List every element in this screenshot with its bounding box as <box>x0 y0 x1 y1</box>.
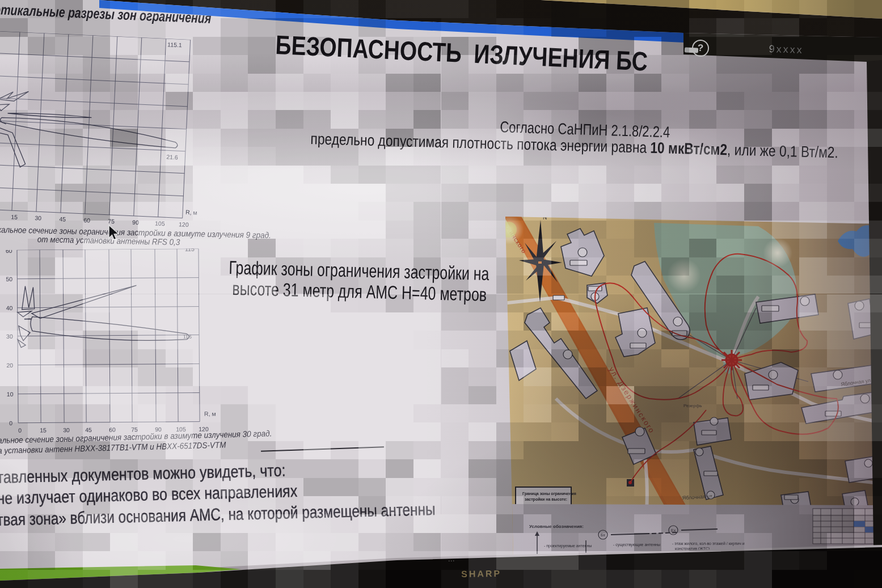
svg-text:45: 45 <box>85 426 92 433</box>
svg-text:10: 10 <box>7 391 14 397</box>
svg-text:40: 40 <box>6 304 13 311</box>
svg-text:115.1: 115.1 <box>167 41 182 48</box>
svg-text:50: 50 <box>6 276 12 282</box>
svg-text:0: 0 <box>9 420 12 426</box>
svg-text:115: 115 <box>185 248 195 252</box>
svg-text:15: 15 <box>40 426 47 433</box>
svg-text:R, м: R, м <box>185 209 197 216</box>
svg-text:15: 15 <box>11 213 18 221</box>
svg-text:60: 60 <box>83 217 90 224</box>
svg-text:105: 105 <box>155 219 165 227</box>
svg-text:45: 45 <box>59 215 66 223</box>
svg-text:30: 30 <box>35 214 41 222</box>
svg-text:90: 90 <box>132 219 139 226</box>
svg-text:20: 20 <box>6 362 13 369</box>
svg-text:30: 30 <box>63 426 70 433</box>
svg-text:R, м: R, м <box>204 410 216 417</box>
svg-text:11.5: 11.5 <box>183 335 192 340</box>
svg-text:75: 75 <box>108 218 115 225</box>
svg-text:21.6: 21.6 <box>166 153 178 160</box>
svg-text:0: 0 <box>18 427 22 434</box>
svg-text:120: 120 <box>179 221 189 228</box>
svg-text:30: 30 <box>6 333 13 340</box>
